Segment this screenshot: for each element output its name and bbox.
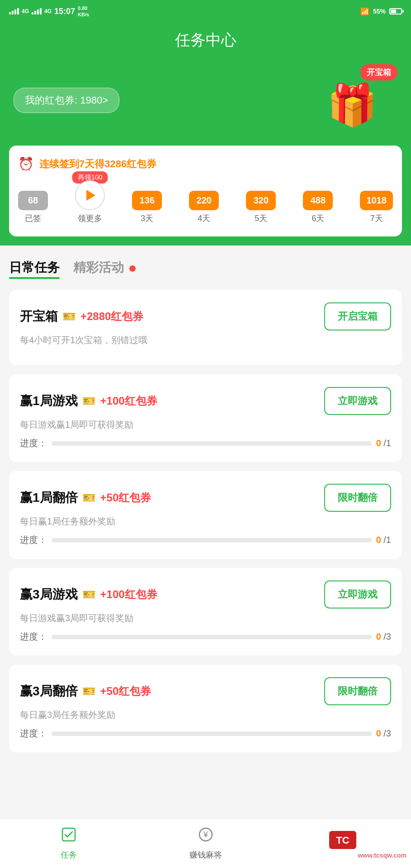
checkin-day-1: 68 已签 [18, 191, 48, 224]
nav-item-mahjong[interactable]: ¥ 赚钱麻将 [137, 822, 274, 865]
progress-label-5: 进度： [20, 727, 47, 740]
checkin-days: 68 已签 再领100 领更多 136 3天 220 4天 [18, 180, 393, 224]
nav-tasks-icon [61, 826, 77, 847]
task-reward-icon-2: 🎫 [82, 395, 96, 407]
gift-icon: 🎁 [327, 81, 378, 129]
network-type-4ghd: 4G [44, 8, 52, 14]
task-card-win1: 赢1局游戏 🎫 +100红包券 立即游戏 每日游戏赢1局即可获得奖励 进度： 0… [9, 374, 402, 462]
nav-item-tasks[interactable]: 任务 [0, 822, 137, 865]
banner-area: 我的红包券: 1980> 开宝箱 🎁 [0, 60, 411, 150]
status-bar: 4G 4G 15:07 0.80 KB/s 📶 55% [0, 0, 411, 23]
task-title-row-3: 赢1局翻倍 🎫 +50红包券 [20, 489, 151, 506]
task-header-1: 开宝箱 🎫 +2880红包券 开启宝箱 [20, 302, 391, 330]
task-desc-5: 每日赢3局任务额外奖励 [20, 709, 391, 721]
page-header: 任务中心 [0, 23, 411, 60]
signal-icon [9, 8, 19, 14]
win3-double-button[interactable]: 限时翻倍 [324, 677, 391, 705]
tab-daily-tasks[interactable]: 日常任务 [9, 259, 60, 276]
clock-icon: ⏰ [18, 156, 34, 171]
red-packet-button[interactable]: 我的红包券: 1980> [14, 88, 119, 113]
checkin-day-7: 1018 7天 [360, 191, 393, 224]
task-desc-4: 每日游戏赢3局即可获得奖励 [20, 612, 391, 624]
day-label-4: 4天 [198, 213, 210, 224]
page-title: 任务中心 [9, 30, 402, 51]
nav-tasks-label: 任务 [61, 849, 77, 860]
task-reward-1: +2880红包券 [80, 309, 143, 324]
progress-text-4: 0 /3 [376, 632, 391, 642]
task-header-2: 赢1局游戏 🎫 +100红包券 立即游戏 [20, 387, 391, 415]
open-box-button[interactable]: 开启宝箱 [324, 302, 391, 330]
task-card-win3-double: 赢3局翻倍 🎫 +50红包券 限时翻倍 每日赢3局任务额外奖励 进度： 0 /3 [9, 665, 402, 752]
open-box-badge[interactable]: 开宝箱 [360, 64, 397, 80]
nav-profile-icon: TC [329, 831, 356, 853]
svg-rect-0 [62, 828, 75, 841]
task-reward-icon-4: 🎫 [82, 588, 96, 601]
main-content: 日常任务 精彩活动 开宝箱 🎫 +2880红包券 开启宝箱 每4小时可开1次宝箱… [0, 245, 411, 829]
progress-bar-4 [52, 635, 372, 639]
day-label-3: 3天 [141, 213, 153, 224]
status-right: 📶 55% [360, 7, 402, 16]
bottom-nav: 任务 ¥ 赚钱麻将 TC [0, 818, 411, 868]
svg-text:TC: TC [336, 835, 349, 846]
task-header-4: 赢3局游戏 🎫 +100红包券 立即游戏 [20, 580, 391, 609]
task-card-win3: 赢3局游戏 🎫 +100红包券 立即游戏 每日游戏赢3局即可获得奖励 进度： 0… [9, 568, 402, 656]
day-badge-5: 320 [246, 191, 276, 210]
network-type-4g: 4G [22, 8, 29, 14]
day-badge-4: 220 [189, 191, 219, 210]
day-badge-6: 488 [303, 191, 333, 210]
progress-bar-3 [52, 538, 372, 542]
progress-text-3: 0 /1 [376, 535, 391, 545]
progress-bar-2 [52, 441, 372, 446]
progress-row-5: 进度： 0 /3 [20, 727, 391, 740]
task-desc-1: 每4小时可开1次宝箱，别错过哦 [20, 334, 391, 346]
task-title-4: 赢3局游戏 [20, 586, 78, 603]
tab-activities[interactable]: 精彩活动 [73, 259, 136, 276]
progress-label-4: 进度： [20, 631, 47, 643]
battery-percent: 55% [373, 8, 386, 15]
task-header-3: 赢1局翻倍 🎫 +50红包券 限时翻倍 [20, 484, 391, 512]
task-title-row-5: 赢3局翻倍 🎫 +50红包券 [20, 683, 151, 700]
task-reward-4: +100红包券 [100, 587, 157, 602]
checkin-card: ⏰ 连续签到7天得3286红包券 68 已签 再领100 领更多 136 [9, 146, 402, 236]
svg-text:¥: ¥ [203, 830, 208, 839]
checkin-day-2[interactable]: 再领100 领更多 [75, 180, 105, 224]
task-reward-icon-5: 🎫 [82, 685, 96, 698]
status-left: 4G 4G 15:07 0.80 KB/s [9, 5, 89, 18]
play-triangle-icon [86, 190, 95, 201]
task-desc-2: 每日游戏赢1局即可获得奖励 [20, 419, 391, 431]
signal-icon-2 [32, 8, 42, 14]
win1-double-button[interactable]: 限时翻倍 [324, 484, 391, 512]
tab-dot [129, 265, 136, 272]
progress-text-5: 0 /3 [376, 728, 391, 739]
day-label-2: 领更多 [78, 213, 102, 224]
play-button[interactable] [75, 180, 105, 210]
task-reward-2: +100红包券 [100, 394, 157, 408]
progress-label-2: 进度： [20, 437, 47, 449]
checkin-day-4: 220 4天 [189, 191, 219, 224]
task-desc-3: 每日赢1局任务额外奖励 [20, 515, 391, 528]
checkin-title: 连续签到7天得3286红包券 [39, 157, 156, 171]
task-title-5: 赢3局翻倍 [20, 683, 78, 700]
day-badge-3: 136 [132, 191, 162, 210]
task-title-2: 赢1局游戏 [20, 392, 78, 410]
task-reward-icon-1: 🎫 [62, 310, 76, 323]
checkin-day-3: 136 3天 [132, 191, 162, 224]
task-title-row-1: 开宝箱 🎫 +2880红包券 [20, 308, 143, 325]
progress-text-2: 0 /1 [376, 438, 391, 448]
day-badge-signed: 68 [18, 191, 48, 210]
tabs-row: 日常任务 精彩活动 [9, 259, 402, 276]
task-title-3: 赢1局翻倍 [20, 489, 78, 506]
task-reward-3: +50红包券 [100, 491, 151, 505]
nav-mahjong-icon: ¥ [198, 826, 214, 847]
day-label-1: 已签 [25, 213, 41, 224]
win3-game-button[interactable]: 立即游戏 [324, 580, 391, 609]
progress-bar-5 [52, 731, 372, 736]
day-badge-7: 1018 [360, 191, 393, 210]
day-label-7: 7天 [370, 213, 383, 224]
progress-row-4: 进度： 0 /3 [20, 631, 391, 643]
win1-game-button[interactable]: 立即游戏 [324, 387, 391, 415]
speed-indicator: 0.80 KB/s [78, 5, 89, 18]
task-title-1: 开宝箱 [20, 308, 58, 325]
nav-mahjong-label: 赚钱麻将 [189, 849, 222, 860]
task-header-5: 赢3局翻倍 🎫 +50红包券 限时翻倍 [20, 677, 391, 705]
